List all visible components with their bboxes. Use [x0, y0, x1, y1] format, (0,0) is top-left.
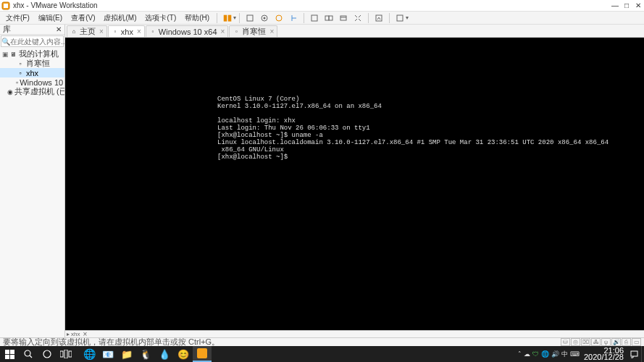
menu-help[interactable]: 帮助(H)	[180, 12, 214, 24]
tree-node-vm[interactable]: ▫ 肖寒恒	[0, 59, 64, 68]
svg-rect-11	[376, 15, 382, 21]
taskbar-vmware[interactable]	[193, 346, 212, 362]
tab-close-icon[interactable]: ×	[269, 28, 274, 35]
tray-keyboard-icon[interactable]: ⌨	[570, 350, 580, 358]
device-sound-icon[interactable]: 🔊	[611, 338, 621, 346]
menu-tabs[interactable]: 选项卡(T)	[141, 12, 180, 24]
library-sidebar: 库 ✕ 🔍 ▾ ▣ 🖥 我的计算机 ▫ 肖寒恒 ▫ xhx ▫	[0, 25, 65, 337]
power-dropdown-icon[interactable]: ▾	[233, 14, 236, 21]
tabbar: ⌂ 主页 × ▫ xhx × ▫ Windows 10 x64 × ▫ 肖寒恒 …	[65, 25, 644, 38]
manage-button[interactable]	[393, 12, 407, 25]
sidebar-search[interactable]: 🔍 ▾	[1, 35, 64, 47]
search-button[interactable]	[19, 346, 38, 362]
svg-rect-13	[5, 350, 9, 354]
tab-vm[interactable]: ▫ 肖寒恒 ×	[229, 25, 277, 37]
tab-close-icon[interactable]: ×	[221, 28, 225, 35]
tree-label: 共享虚拟机 (已禁用)	[14, 86, 64, 97]
device-floppy-icon[interactable]: ⌧	[581, 338, 590, 346]
tab-close-icon[interactable]: ×	[137, 28, 141, 35]
tray-security-icon[interactable]: 🛡	[532, 350, 539, 358]
notifications-button[interactable]	[627, 346, 641, 362]
menu-edit[interactable]: 编辑(E)	[34, 12, 67, 24]
taskbar-app-1[interactable]: 🐧	[136, 346, 155, 362]
taskbar-app-2[interactable]: 💧	[155, 346, 174, 362]
tree-label: Windows 10 x64	[20, 78, 64, 87]
tab-label: 肖寒恒	[242, 26, 266, 37]
vm-icon: ▫	[233, 28, 240, 35]
thumbnail-button[interactable]	[372, 12, 386, 25]
device-usb-icon[interactable]: ψ	[601, 338, 611, 346]
device-printer-icon[interactable]: ⎙	[622, 338, 631, 346]
tree-label: xhx	[26, 69, 38, 77]
tray-up-icon[interactable]: ˄	[518, 350, 522, 358]
svg-rect-23	[631, 351, 637, 356]
unity-button[interactable]	[322, 12, 336, 25]
tab-label: xhx	[121, 28, 133, 36]
windows-taskbar: 🌐 📧 📁 🐧 💧 😊 ˄ ☁ 🛡 🌐 🔊 中 ⌨ 21:06 2020/12/…	[0, 346, 644, 362]
shared-icon: ◉	[7, 88, 13, 96]
vm-icon: ▫	[112, 28, 119, 35]
svg-point-4	[264, 17, 266, 19]
device-harddisk-icon[interactable]: ⛁	[561, 338, 570, 346]
svg-rect-7	[325, 16, 329, 20]
vm-console[interactable]: CentOS Linux 7 (Core) Kernel 3.10.0-1127…	[65, 38, 644, 330]
tab-home[interactable]: ⌂ 主页 ×	[67, 25, 107, 37]
power-button[interactable]: ▮▮	[220, 12, 235, 25]
tab-close-icon[interactable]: ×	[99, 28, 104, 35]
vm-icon: ▫	[16, 78, 18, 87]
snapshot-revert-button[interactable]	[286, 12, 301, 25]
menu-vm[interactable]: 虚拟机(M)	[99, 12, 141, 24]
window-title: xhx - VMware Workstation	[13, 1, 611, 9]
tab-label: 主页	[80, 26, 96, 37]
svg-rect-8	[329, 16, 333, 20]
tree-node-vm[interactable]: ▫ xhx	[0, 68, 64, 77]
taskbar-app-3[interactable]: 😊	[174, 346, 193, 362]
cortana-button[interactable]	[38, 346, 57, 362]
home-icon: ⌂	[70, 28, 78, 35]
search-icon: 🔍	[1, 38, 10, 46]
manage-dropdown-icon[interactable]: ▾	[406, 14, 409, 21]
tab-label: Windows 10 x64	[159, 28, 217, 36]
device-display-icon[interactable]: ▭	[632, 338, 641, 346]
stretch-button[interactable]	[351, 12, 365, 25]
show-desktop-button[interactable]	[641, 346, 644, 362]
taskbar-edge[interactable]: 🌐	[80, 346, 99, 362]
expander-icon[interactable]: ▣	[1, 51, 9, 58]
tree-node-shared[interactable]: ◉ 共享虚拟机 (已禁用)	[0, 87, 64, 96]
taskview-button[interactable]	[57, 346, 75, 362]
minimize-button[interactable]: —	[611, 1, 619, 10]
tab-vm[interactable]: ▫ Windows 10 x64 ×	[146, 25, 229, 37]
statusbar: 要将输入定向到该虚拟机，请在虚拟机内部单击或按 Ctrl+G。 ⛁ ◎ ⌧ 🖧 …	[0, 337, 644, 346]
svg-point-5	[276, 15, 282, 21]
snapshot-manager-button[interactable]	[272, 12, 286, 25]
svg-rect-16	[10, 355, 14, 359]
console-view-button[interactable]	[336, 12, 351, 25]
maximize-button[interactable]: □	[622, 1, 631, 10]
vm-icon: ▫	[16, 59, 25, 68]
tray-ime[interactable]: 中	[561, 350, 568, 359]
send-ctrlaltdel-button[interactable]	[243, 12, 257, 25]
system-tray: ˄ ☁ 🛡 🌐 🔊 中 ⌨	[518, 350, 581, 359]
snapshot-button[interactable]	[257, 12, 272, 25]
tab-vm[interactable]: ▫ xhx ×	[108, 25, 145, 37]
start-button[interactable]	[0, 346, 19, 362]
device-cd-icon[interactable]: ◎	[571, 338, 580, 346]
sidebar-close-button[interactable]: ✕	[56, 25, 62, 33]
fullscreen-button[interactable]	[307, 12, 322, 25]
svg-rect-15	[5, 355, 9, 359]
taskbar-mail[interactable]: 📧	[99, 346, 117, 362]
taskbar-explorer[interactable]: 📁	[117, 346, 136, 362]
menubar: 文件(F) 编辑(E) 查看(V) 虚拟机(M) 选项卡(T) 帮助(H) ▮▮…	[0, 12, 644, 25]
device-network-icon[interactable]: 🖧	[591, 338, 601, 346]
svg-rect-1	[4, 4, 8, 8]
tray-network-icon[interactable]: 🌐	[541, 350, 549, 358]
menu-file[interactable]: 文件(F)	[1, 12, 34, 24]
svg-rect-9	[340, 16, 346, 20]
menu-view[interactable]: 查看(V)	[67, 12, 99, 24]
tray-volume-icon[interactable]: 🔊	[551, 350, 559, 358]
taskbar-clock[interactable]: 21:06 2020/12/28	[581, 348, 627, 361]
close-button[interactable]: ✕	[634, 1, 643, 10]
content-area: ⌂ 主页 × ▫ xhx × ▫ Windows 10 x64 × ▫ 肖寒恒 …	[65, 25, 644, 337]
svg-line-18	[30, 355, 32, 358]
tray-onedrive-icon[interactable]: ☁	[524, 350, 530, 358]
